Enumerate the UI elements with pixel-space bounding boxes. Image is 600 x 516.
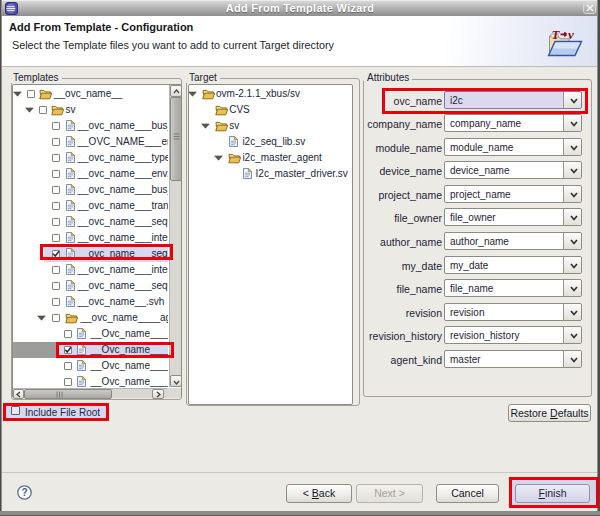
svg-text:?: ? — [21, 487, 27, 498]
svg-text:T: T — [552, 28, 561, 42]
svg-text:ν: ν — [568, 28, 574, 42]
